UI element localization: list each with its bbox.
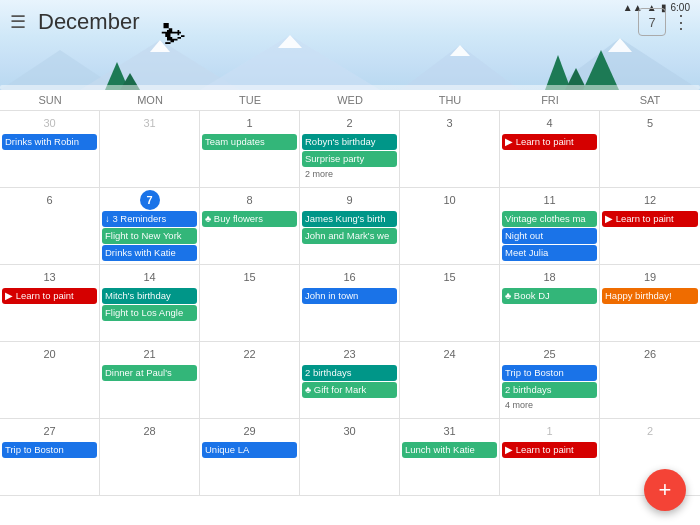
day-number: 19 (640, 267, 660, 287)
day-number: 10 (440, 190, 460, 210)
header-banner: ▲▲ ▲ ▮ 6:00 ⛷ ☰ December (0, 0, 700, 90)
add-event-button[interactable]: + (644, 469, 686, 511)
more-options-icon[interactable]: ⋮ (672, 11, 690, 33)
day-cell-1[interactable]: 31 (100, 111, 200, 187)
day-number: 6 (40, 190, 60, 210)
event-item[interactable]: James Kung's birth (302, 211, 397, 227)
event-item[interactable]: ♣ Book DJ (502, 288, 597, 304)
day-cell-29[interactable]: 28 (100, 419, 200, 495)
day-cell-23[interactable]: 22 (200, 342, 300, 418)
day-cell-31[interactable]: 30 (300, 419, 400, 495)
day-number: 24 (440, 344, 460, 364)
day-cell-16[interactable]: 15 (200, 265, 300, 341)
event-item[interactable]: Surprise party (302, 151, 397, 167)
header-sun: SUN (0, 90, 100, 110)
header-top: ☰ December 7 ⋮ (0, 0, 700, 36)
day-cell-27[interactable]: 26 (600, 342, 700, 418)
day-number: 21 (140, 344, 160, 364)
event-item[interactable]: ↓ 3 Reminders (102, 211, 197, 227)
calendar-icon-button[interactable]: 7 (638, 8, 666, 36)
day-cell-32[interactable]: 31Lunch with Katie (400, 419, 500, 495)
day-cell-26[interactable]: 25Trip to Boston2 birthdays4 more (500, 342, 600, 418)
event-item[interactable]: Night out (502, 228, 597, 244)
day-number: 13 (40, 267, 60, 287)
day-cell-21[interactable]: 20 (0, 342, 100, 418)
day-cell-10[interactable]: 9James Kung's birthJohn and Mark's we (300, 188, 400, 264)
day-cell-22[interactable]: 21Dinner at Paul's (100, 342, 200, 418)
event-item[interactable]: 2 birthdays (502, 382, 597, 398)
event-item[interactable]: Drinks with Katie (102, 245, 197, 261)
event-item[interactable]: Mitch's birthday (102, 288, 197, 304)
day-cell-7[interactable]: 6 (0, 188, 100, 264)
day-number: 29 (240, 421, 260, 441)
event-item[interactable]: 2 more (302, 168, 397, 180)
day-cell-18[interactable]: 15 (400, 265, 500, 341)
day-number: 26 (640, 344, 660, 364)
event-item[interactable]: Meet Julia (502, 245, 597, 261)
day-number: 15 (440, 267, 460, 287)
event-item[interactable]: Robyn's birthday (302, 134, 397, 150)
day-cell-5[interactable]: 4▶ Learn to paint (500, 111, 600, 187)
day-cell-25[interactable]: 24 (400, 342, 500, 418)
menu-icon[interactable]: ☰ (10, 11, 26, 33)
day-cell-11[interactable]: 10 (400, 188, 500, 264)
event-item[interactable]: Drinks with Robin (2, 134, 97, 150)
event-item[interactable]: Flight to New York (102, 228, 197, 244)
day-cell-30[interactable]: 29Unique LA (200, 419, 300, 495)
event-item[interactable]: Dinner at Paul's (102, 365, 197, 381)
day-cell-4[interactable]: 3 (400, 111, 500, 187)
week-row-1: 30Drinks with Robin311Team updates2Robyn… (0, 111, 700, 188)
day-cell-9[interactable]: 8♣ Buy flowers (200, 188, 300, 264)
svg-marker-13 (545, 55, 571, 90)
day-cell-3[interactable]: 2Robyn's birthdaySurprise party2 more (300, 111, 400, 187)
day-cell-6[interactable]: 5 (600, 111, 700, 187)
event-item[interactable]: John in town (302, 288, 397, 304)
event-item[interactable]: ♣ Buy flowers (202, 211, 297, 227)
event-item[interactable]: ♣ Gift for Mark (302, 382, 397, 398)
day-cell-12[interactable]: 11Vintage clothes maNight outMeet Julia (500, 188, 600, 264)
event-item[interactable]: Trip to Boston (2, 442, 97, 458)
event-item[interactable]: Vintage clothes ma (502, 211, 597, 227)
event-item[interactable]: Happy birthday! (602, 288, 698, 304)
day-cell-28[interactable]: 27Trip to Boston (0, 419, 100, 495)
event-item[interactable]: Flight to Los Angle (102, 305, 197, 321)
calendar-grid: 30Drinks with Robin311Team updates2Robyn… (0, 111, 700, 496)
week-row-5: 27Trip to Boston2829Unique LA3031Lunch w… (0, 419, 700, 496)
day-cell-24[interactable]: 232 birthdays♣ Gift for Mark (300, 342, 400, 418)
event-item[interactable]: ▶ Learn to paint (502, 134, 597, 150)
week-row-3: 13▶ Learn to paint14Mitch's birthdayFlig… (0, 265, 700, 342)
day-cell-2[interactable]: 1Team updates (200, 111, 300, 187)
day-cell-14[interactable]: 13▶ Learn to paint (0, 265, 100, 341)
event-item[interactable]: Unique LA (202, 442, 297, 458)
event-item[interactable]: 4 more (502, 399, 597, 411)
day-cell-20[interactable]: 19Happy birthday! (600, 265, 700, 341)
event-item[interactable]: ▶ Learn to paint (602, 211, 698, 227)
day-cell-19[interactable]: 18♣ Book DJ (500, 265, 600, 341)
day-number: 23 (340, 344, 360, 364)
day-cell-8[interactable]: 7↓ 3 RemindersFlight to New YorkDrinks w… (100, 188, 200, 264)
day-number: 27 (40, 421, 60, 441)
day-number: 1 (540, 421, 560, 441)
event-item[interactable]: Lunch with Katie (402, 442, 497, 458)
day-number: 11 (540, 190, 560, 210)
svg-rect-17 (0, 85, 700, 90)
event-item[interactable]: Team updates (202, 134, 297, 150)
day-cell-0[interactable]: 30Drinks with Robin (0, 111, 100, 187)
day-number: 18 (540, 267, 560, 287)
day-number: 8 (240, 190, 260, 210)
day-cell-15[interactable]: 14Mitch's birthdayFlight to Los Angle (100, 265, 200, 341)
day-number: 25 (540, 344, 560, 364)
event-item[interactable]: ▶ Learn to paint (2, 288, 97, 304)
event-item[interactable]: Trip to Boston (502, 365, 597, 381)
day-number: 3 (440, 113, 460, 133)
day-cell-33[interactable]: 1▶ Learn to paint (500, 419, 600, 495)
day-number: 2 (340, 113, 360, 133)
day-number: 31 (140, 113, 160, 133)
event-item[interactable]: John and Mark's we (302, 228, 397, 244)
event-item[interactable]: 2 birthdays (302, 365, 397, 381)
day-cell-13[interactable]: 12▶ Learn to paint (600, 188, 700, 264)
page-title: December (38, 9, 638, 35)
day-cell-17[interactable]: 16John in town (300, 265, 400, 341)
day-number: 15 (240, 267, 260, 287)
event-item[interactable]: ▶ Learn to paint (502, 442, 597, 458)
